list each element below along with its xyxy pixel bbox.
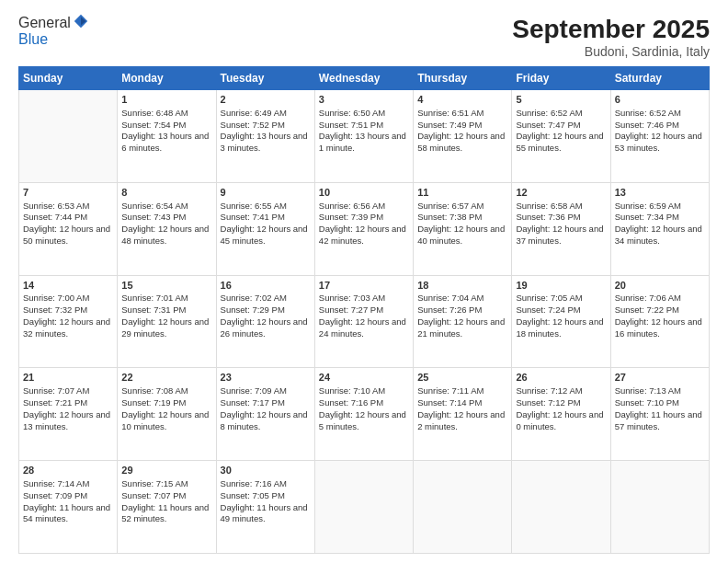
daylight-text: Daylight: 12 hours and 45 minutes.: [221, 224, 311, 247]
weekday-wednesday: Wednesday: [314, 67, 413, 90]
sunrise-text: Sunrise: 7:05 AM: [516, 293, 606, 304]
sunrise-text: Sunrise: 7:02 AM: [221, 293, 311, 304]
sunset-text: Sunset: 7:44 PM: [23, 212, 113, 224]
sunset-text: Sunset: 7:07 PM: [121, 490, 211, 502]
daylight-text: Daylight: 11 hours and 54 minutes.: [23, 502, 113, 526]
sunrise-text: Sunrise: 7:13 AM: [615, 385, 705, 397]
calendar-cell: [19, 90, 118, 183]
daylight-text: Daylight: 12 hours and 55 minutes.: [516, 131, 606, 155]
day-number: 13: [615, 186, 705, 200]
daylight-text: Daylight: 12 hours and 16 minutes.: [615, 316, 705, 340]
calendar-cell: 17Sunrise: 7:03 AMSunset: 7:27 PMDayligh…: [314, 275, 413, 368]
calendar-cell: [512, 461, 610, 554]
sunrise-text: Sunrise: 6:49 AM: [221, 108, 311, 120]
weekday-header-row: SundayMondayTuesdayWednesdayThursdayFrid…: [19, 67, 710, 90]
daylight-text: Daylight: 12 hours and 26 minutes.: [221, 316, 311, 340]
daylight-text: Daylight: 12 hours and 42 minutes.: [319, 224, 409, 247]
calendar-cell: 25Sunrise: 7:11 AMSunset: 7:14 PMDayligh…: [414, 368, 512, 461]
day-number: 4: [417, 93, 507, 107]
sunrise-text: Sunrise: 6:51 AM: [417, 108, 507, 120]
daylight-text: Daylight: 12 hours and 24 minutes.: [319, 316, 409, 340]
calendar-cell: 9Sunrise: 6:55 AMSunset: 7:41 PMDaylight…: [216, 182, 314, 275]
day-number: 18: [417, 279, 507, 293]
daylight-text: Daylight: 12 hours and 8 minutes.: [221, 409, 311, 433]
daylight-text: Daylight: 12 hours and 2 minutes.: [417, 409, 507, 433]
day-number: 26: [516, 371, 606, 385]
sunset-text: Sunset: 7:17 PM: [221, 397, 311, 409]
calendar-cell: 19Sunrise: 7:05 AMSunset: 7:24 PMDayligh…: [512, 275, 610, 368]
sunset-text: Sunset: 7:36 PM: [516, 212, 606, 224]
daylight-text: Daylight: 12 hours and 5 minutes.: [319, 409, 409, 433]
sunrise-text: Sunrise: 6:48 AM: [121, 108, 211, 120]
daylight-text: Daylight: 12 hours and 34 minutes.: [615, 224, 705, 247]
week-row-3: 14Sunrise: 7:00 AMSunset: 7:32 PMDayligh…: [19, 275, 710, 368]
calendar-cell: 13Sunrise: 6:59 AMSunset: 7:34 PMDayligh…: [610, 182, 709, 275]
calendar-cell: [414, 461, 512, 554]
sunset-text: Sunset: 7:47 PM: [516, 120, 606, 132]
weekday-sunday: Sunday: [19, 67, 118, 90]
calendar-cell: 23Sunrise: 7:09 AMSunset: 7:17 PMDayligh…: [216, 368, 314, 461]
sunset-text: Sunset: 7:51 PM: [319, 120, 409, 132]
sunrise-text: Sunrise: 7:03 AM: [319, 293, 409, 304]
day-number: 25: [417, 371, 507, 385]
daylight-text: Daylight: 13 hours and 1 minute.: [319, 131, 409, 155]
sunrise-text: Sunrise: 7:08 AM: [121, 385, 211, 397]
day-number: 11: [417, 186, 507, 200]
sunset-text: Sunset: 7:43 PM: [121, 212, 211, 224]
calendar-cell: 8Sunrise: 6:54 AMSunset: 7:43 PMDaylight…: [118, 182, 216, 275]
calendar-cell: 12Sunrise: 6:58 AMSunset: 7:36 PMDayligh…: [512, 182, 610, 275]
daylight-text: Daylight: 12 hours and 29 minutes.: [121, 316, 211, 340]
calendar-cell: 28Sunrise: 7:14 AMSunset: 7:09 PMDayligh…: [19, 461, 118, 554]
day-number: 12: [516, 186, 606, 200]
logo-general-text: General: [18, 15, 71, 31]
day-number: 28: [23, 464, 113, 477]
daylight-text: Daylight: 11 hours and 57 minutes.: [615, 409, 705, 433]
sunrise-text: Sunrise: 6:53 AM: [23, 201, 113, 213]
sunset-text: Sunset: 7:54 PM: [121, 120, 211, 132]
daylight-text: Daylight: 12 hours and 32 minutes.: [23, 316, 113, 340]
sunrise-text: Sunrise: 7:12 AM: [516, 385, 606, 397]
sunrise-text: Sunrise: 7:07 AM: [23, 385, 113, 397]
sunset-text: Sunset: 7:10 PM: [615, 397, 705, 409]
daylight-text: Daylight: 11 hours and 49 minutes.: [221, 502, 311, 526]
day-number: 1: [121, 93, 211, 107]
sunrise-text: Sunrise: 6:55 AM: [221, 201, 311, 213]
day-number: 5: [516, 93, 606, 107]
calendar-cell: 6Sunrise: 6:52 AMSunset: 7:46 PMDaylight…: [610, 90, 709, 183]
sunrise-text: Sunrise: 7:14 AM: [23, 478, 113, 490]
sunrise-text: Sunrise: 7:04 AM: [417, 293, 507, 304]
sunset-text: Sunset: 7:14 PM: [417, 397, 507, 409]
calendar-cell: 21Sunrise: 7:07 AMSunset: 7:21 PMDayligh…: [19, 368, 118, 461]
calendar-table: SundayMondayTuesdayWednesdayThursdayFrid…: [18, 66, 710, 554]
calendar-cell: 14Sunrise: 7:00 AMSunset: 7:32 PMDayligh…: [19, 275, 118, 368]
title-block: September 2025 Budoni, Sardinia, Italy: [512, 15, 710, 59]
day-number: 24: [319, 371, 409, 385]
daylight-text: Daylight: 12 hours and 40 minutes.: [417, 224, 507, 247]
calendar-cell: 4Sunrise: 6:51 AMSunset: 7:49 PMDaylight…: [414, 90, 512, 183]
sunrise-text: Sunrise: 6:52 AM: [615, 108, 705, 120]
calendar-cell: [610, 461, 709, 554]
day-number: 9: [221, 186, 311, 200]
sunrise-text: Sunrise: 6:50 AM: [319, 108, 409, 120]
sunrise-text: Sunrise: 7:16 AM: [221, 478, 311, 490]
weekday-thursday: Thursday: [414, 67, 512, 90]
daylight-text: Daylight: 12 hours and 10 minutes.: [121, 409, 211, 433]
sunrise-text: Sunrise: 6:56 AM: [319, 201, 409, 213]
sunset-text: Sunset: 7:24 PM: [516, 304, 606, 316]
day-number: 14: [23, 279, 113, 293]
location: Budoni, Sardinia, Italy: [512, 44, 710, 59]
day-number: 23: [221, 371, 311, 385]
daylight-text: Daylight: 13 hours and 6 minutes.: [121, 131, 211, 155]
day-number: 22: [121, 371, 211, 385]
sunrise-text: Sunrise: 6:54 AM: [121, 201, 211, 213]
sunrise-text: Sunrise: 7:09 AM: [221, 385, 311, 397]
week-row-1: 1Sunrise: 6:48 AMSunset: 7:54 PMDaylight…: [19, 90, 710, 183]
day-number: 20: [615, 279, 705, 293]
sunset-text: Sunset: 7:46 PM: [615, 120, 705, 132]
sunset-text: Sunset: 7:52 PM: [221, 120, 311, 132]
weekday-monday: Monday: [118, 67, 216, 90]
sunrise-text: Sunrise: 7:11 AM: [417, 385, 507, 397]
sunset-text: Sunset: 7:16 PM: [319, 397, 409, 409]
day-number: 30: [221, 464, 311, 477]
sunrise-text: Sunrise: 7:10 AM: [319, 385, 409, 397]
